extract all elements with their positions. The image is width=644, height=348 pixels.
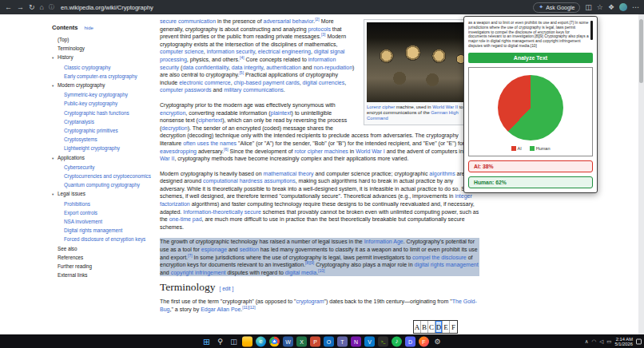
- taskbar-icon-settings[interactable]: ⚙: [432, 336, 443, 346]
- contents-hide-link[interactable]: hide: [85, 26, 93, 30]
- sidebar-item[interactable]: Symmetric-key cryptography: [52, 92, 153, 98]
- expand-arrow-icon[interactable]: [52, 73, 58, 80]
- split-screen-icon[interactable]: ◫: [585, 4, 592, 11]
- article-link[interactable]: Lorenz cipher: [367, 105, 395, 109]
- character-cell[interactable]: E: [443, 321, 450, 333]
- sidebar-item[interactable]: Forced disclosure of encryption keys: [52, 236, 153, 243]
- taskbar-icon-teams[interactable]: T: [337, 336, 348, 346]
- sidebar-item[interactable]: ▾ Legal issues: [52, 191, 153, 198]
- article-link[interactable]: algorithms: [429, 171, 455, 176]
- article-link[interactable]: data integrity: [232, 65, 264, 70]
- expand-arrow-icon[interactable]: [52, 110, 58, 117]
- sidebar-item[interactable]: Cryptocurrencies and cryptoeconomics: [52, 173, 153, 180]
- article-link[interactable]: computational hardness assumptions: [203, 178, 296, 184]
- expand-arrow-icon[interactable]: [52, 136, 58, 143]
- article-link[interactable]: Edgar Allan Poe: [201, 306, 241, 312]
- site-info-icon[interactable]: ⓘ: [49, 3, 54, 11]
- taskbar-icon-discord[interactable]: D: [405, 336, 415, 346]
- expand-arrow-icon[interactable]: [52, 37, 58, 43]
- article-link[interactable]: non-repudiation: [313, 65, 352, 70]
- article-link[interactable]: digital rights management: [415, 262, 479, 267]
- sidebar-item[interactable]: Cryptographic primitives: [52, 128, 153, 134]
- article-link[interactable]: espionage: [201, 247, 227, 252]
- article-link[interactable]: compel the disclosure: [412, 255, 467, 260]
- sidebar-item[interactable]: ▾ Modern cryptography: [52, 82, 153, 89]
- taskbar-icon-powerpoint[interactable]: P: [310, 336, 320, 346]
- taskbar-icon-edge[interactable]: e: [256, 336, 266, 346]
- taskbar-icon-firefox[interactable]: F: [419, 336, 429, 346]
- extensions-icon[interactable]: ❖: [608, 4, 614, 11]
- sidebar-item[interactable]: Terminology: [52, 45, 153, 52]
- article-link[interactable]: military communications: [224, 87, 284, 93]
- article-link[interactable]: World War I: [356, 148, 385, 154]
- scrollbar-thumb[interactable]: [639, 19, 643, 83]
- reference-link[interactable]: [2]: [315, 17, 320, 22]
- reference-link[interactable]: [10]: [318, 267, 324, 272]
- expand-arrow-icon[interactable]: [52, 128, 58, 134]
- expand-arrow-icon[interactable]: [52, 210, 58, 216]
- expand-arrow-icon[interactable]: [52, 173, 58, 180]
- article-link[interactable]: computer science: [160, 49, 204, 54]
- expand-arrow-icon[interactable]: [52, 164, 58, 171]
- sidebar-item[interactable]: Lightweight cryptography: [52, 145, 153, 152]
- taskbar-icon-chrome[interactable]: [269, 336, 280, 346]
- sidebar-item[interactable]: Digital rights management: [52, 227, 153, 234]
- taskbar-icon-outlook[interactable]: O: [324, 336, 334, 346]
- sidebar-item[interactable]: Quantum computing cryptography: [52, 182, 153, 188]
- back-icon[interactable]: ←: [5, 4, 12, 11]
- expand-arrow-icon[interactable]: [52, 45, 58, 52]
- expand-arrow-icon[interactable]: [52, 227, 58, 234]
- taskbar-clock[interactable]: 2:14 AM 5/1/2026: [614, 336, 633, 346]
- page-scrollbar[interactable]: [638, 14, 644, 334]
- article-link[interactable]: computer passwords: [160, 87, 212, 93]
- forward-icon[interactable]: →: [17, 4, 24, 11]
- sidebar-item[interactable]: Cryptographic hash functions: [52, 110, 153, 117]
- sidebar-item[interactable]: ▾ Applications: [52, 155, 153, 162]
- expand-arrow-icon[interactable]: [52, 92, 58, 98]
- sidebar-item[interactable]: Public-key cryptography: [52, 101, 153, 107]
- character-cell[interactable]: F: [450, 321, 457, 333]
- article-link[interactable]: digital currencies: [303, 80, 345, 85]
- article-thumbnail[interactable]: Lorenz cipher machine, used in World War…: [364, 19, 479, 125]
- refresh-icon[interactable]: ↻: [29, 4, 35, 11]
- article-link[interactable]: protocols: [308, 26, 330, 32]
- favorites-star-icon[interactable]: ☆: [597, 4, 603, 11]
- expand-arrow-icon[interactable]: [52, 201, 58, 208]
- character-cell[interactable]: C: [428, 321, 435, 333]
- taskbar-icon-start[interactable]: ⊞: [201, 336, 212, 346]
- expand-arrow-icon[interactable]: [52, 65, 58, 71]
- character-cell[interactable]: D: [435, 321, 443, 333]
- article-link[interactable]: secure communication: [160, 18, 216, 24]
- expand-arrow-icon[interactable]: [52, 219, 58, 225]
- address-url[interactable]: en.wikipedia.org/wiki/Cryptography: [61, 4, 153, 11]
- article-link[interactable]: plaintext: [271, 110, 292, 116]
- taskbar-icon-task-view[interactable]: ◫: [229, 336, 239, 346]
- taskbar-icon-word[interactable]: W: [283, 336, 293, 346]
- article-link[interactable]: Information Age: [364, 239, 403, 244]
- notifications-icon[interactable]: [636, 338, 642, 344]
- taskbar-icon-terminal[interactable]: >_: [378, 336, 388, 346]
- taskbar-icon-search[interactable]: ⚲: [215, 336, 225, 346]
- article-link[interactable]: authentication: [266, 65, 301, 70]
- article-link[interactable]: ciphertext: [198, 117, 222, 123]
- article-link[interactable]: chip-based payment cards: [234, 80, 300, 85]
- article-link[interactable]: sedition: [240, 247, 259, 252]
- article-link[interactable]: World War II: [432, 105, 458, 109]
- article-link[interactable]: Information-theoretically secure: [183, 209, 261, 215]
- wifi-icon[interactable]: ◠: [592, 338, 597, 344]
- sidebar-item[interactable]: Export controls: [52, 210, 153, 216]
- reference-link[interactable]: [5]: [239, 70, 244, 75]
- volume-icon[interactable]: ◁: [599, 338, 603, 344]
- taskbar-icon-spotify[interactable]: ♪: [392, 336, 402, 346]
- character-cell[interactable]: A: [414, 321, 421, 333]
- taskbar-icon-vscode[interactable]: V: [364, 336, 375, 346]
- article-link[interactable]: digital media: [285, 270, 316, 275]
- taskbar-icon-excel[interactable]: X: [296, 336, 307, 346]
- article-link[interactable]: decryption: [161, 125, 187, 131]
- article-link[interactable]: mathematical theory: [264, 171, 314, 176]
- reference-link[interactable]: [6]: [224, 146, 229, 151]
- expand-arrow-icon[interactable]: ▾: [52, 155, 58, 162]
- character-cell[interactable]: B: [421, 321, 428, 333]
- expand-arrow-icon[interactable]: [52, 119, 58, 125]
- reference-link[interactable]: [7]: [188, 252, 193, 257]
